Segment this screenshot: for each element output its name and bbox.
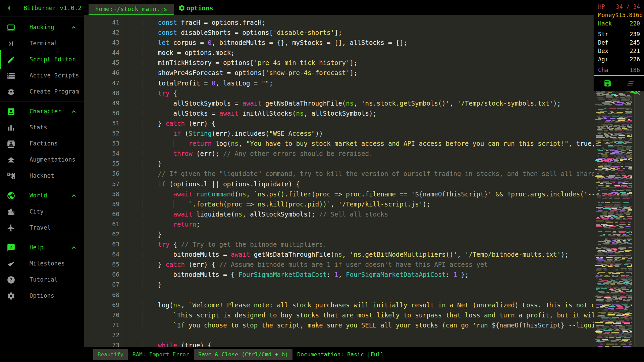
sidebar-item-augmentations[interactable]: Augmentations bbox=[0, 152, 84, 168]
line-number: 41 bbox=[84, 17, 127, 27]
save-close-button[interactable]: Save & Close (Ctrl/Cmd + b) bbox=[194, 349, 292, 360]
line-content: } bbox=[127, 229, 594, 239]
line-content: const disableShorts = options['disable-s… bbox=[127, 27, 594, 38]
sidebar-divider bbox=[0, 238, 84, 238]
documentation-basic-link[interactable]: Basic bbox=[347, 351, 364, 358]
line-number: 56 bbox=[84, 169, 127, 179]
beautify-button[interactable]: Beautify bbox=[93, 349, 128, 360]
stat-value: 245 bbox=[630, 39, 640, 47]
code-line: 70 `This script is designed to buy stock… bbox=[84, 310, 594, 320]
sidebar-item-city[interactable]: City bbox=[0, 204, 84, 220]
sidebar-item-factions[interactable]: Factions bbox=[0, 136, 84, 152]
overview-row-agi: Agi226 bbox=[594, 55, 644, 64]
stat-label: Money bbox=[598, 11, 615, 19]
sidebar-section-help[interactable]: ?Help bbox=[0, 240, 84, 256]
line-number: 43 bbox=[84, 38, 127, 48]
sidebar-divider bbox=[0, 186, 84, 186]
code-line: 68 bbox=[84, 290, 594, 300]
code-line: 44 mock = options.mock; bbox=[84, 48, 594, 58]
line-number: 61 bbox=[84, 219, 127, 229]
line-content: await liquidate(ns, allStockSymbols); //… bbox=[127, 209, 594, 219]
sidebar-item-tutorial[interactable]: ?Tutorial bbox=[0, 272, 84, 288]
line-content: minTickHistory = options['pre-4s-min-tic… bbox=[127, 58, 594, 68]
sidebar-item-milestones[interactable]: Milestones bbox=[0, 256, 84, 272]
documentation-full-link[interactable]: Full bbox=[371, 351, 384, 358]
pencil-icon bbox=[7, 55, 15, 64]
sidebar-item-script-editor[interactable]: Script Editor bbox=[0, 52, 84, 68]
code-editor[interactable]: 41 const fracH = options.fracH;42 const … bbox=[84, 15, 644, 347]
line-content: let corpus = 0, bitnodeMults = {}, mySto… bbox=[127, 38, 594, 48]
sidebar-item-travel[interactable]: Travel bbox=[0, 220, 84, 236]
terminal-icon bbox=[7, 39, 15, 48]
line-content: return; bbox=[127, 219, 594, 229]
sidebar-divider bbox=[0, 102, 84, 102]
stat-value: 34 / 34 bbox=[616, 3, 640, 11]
stat-label: Dex bbox=[598, 47, 608, 55]
sidebar-item-options[interactable]: Options bbox=[0, 288, 84, 304]
code-lines: 41 const fracH = options.fracH;42 const … bbox=[84, 15, 594, 347]
overview-row-cha: Cha186 bbox=[594, 66, 644, 74]
line-number: 49 bbox=[84, 98, 127, 108]
overview-row-money: Money$15.816b bbox=[594, 11, 644, 19]
kill-scripts-icon[interactable] bbox=[627, 79, 636, 87]
line-content: } catch (err) { // Assume bitnode mults … bbox=[127, 259, 594, 269]
sidebar-item-active-scripts[interactable]: Active Scripts bbox=[0, 68, 84, 84]
sidebar-item-stats[interactable]: Stats bbox=[0, 120, 84, 136]
code-line: 65 } catch (err) { // Assume bitnode mul… bbox=[84, 259, 594, 269]
airplane-icon bbox=[7, 224, 15, 232]
line-number: 51 bbox=[84, 118, 127, 128]
stat-value: 186 bbox=[630, 66, 640, 74]
line-number: 66 bbox=[84, 269, 127, 280]
sidebar-section-character[interactable]: Character bbox=[0, 104, 84, 120]
stat-value: 220 bbox=[630, 19, 640, 28]
sidebar-section-label: World bbox=[30, 192, 47, 199]
character-overview-panel: HP34 / 34Money$15.816bHack220Str239Def24… bbox=[594, 0, 644, 91]
code-line: 48 try { bbox=[84, 88, 594, 98]
sidebar-item-hacknet[interactable]: Hacknet bbox=[0, 168, 84, 184]
line-number: 60 bbox=[84, 209, 127, 219]
save-game-icon[interactable] bbox=[603, 79, 612, 87]
code-line: 47 totalProfit = 0, lastLog = ""; bbox=[84, 78, 594, 88]
line-number: 44 bbox=[84, 48, 127, 58]
documentation-label: Documentation: bbox=[297, 351, 344, 358]
line-content: allStocks = await initAllStocks(ns, allS… bbox=[127, 108, 594, 118]
code-line: 63 try { // Try to get the bitnode multi… bbox=[84, 239, 594, 249]
line-content: if (String(err).includes("WSE Access")) bbox=[127, 128, 594, 138]
line-content: try { // Try to get the bitnode multipli… bbox=[127, 239, 594, 249]
line-number: 65 bbox=[84, 259, 127, 269]
bug-icon bbox=[7, 87, 15, 96]
collapse-sidebar-button[interactable] bbox=[5, 4, 13, 12]
code-line: 73 while (true) { bbox=[84, 340, 594, 347]
code-line: 71 `If you choose to stop the script, ma… bbox=[84, 320, 594, 330]
code-line: 72 bbox=[84, 330, 594, 340]
sidebar-section-hacking[interactable]: Hacking bbox=[0, 19, 84, 36]
line-content: bitnodeMults = await getNsDataThroughFil… bbox=[127, 249, 594, 259]
sidebar-item-create-program[interactable]: Create Program bbox=[0, 84, 84, 100]
line-content: `If you choose to stop the script, make … bbox=[127, 320, 594, 330]
code-line: 51 } catch (err) { bbox=[84, 118, 594, 128]
globe-icon bbox=[7, 191, 15, 200]
overview-row-dex: Dex221 bbox=[594, 47, 644, 55]
line-number: 57 bbox=[84, 179, 127, 189]
city-icon bbox=[7, 207, 15, 216]
sidebar-item-label: Hacknet bbox=[30, 172, 54, 179]
sidebar-section-world[interactable]: World bbox=[0, 188, 84, 204]
code-line: 66 bitnodeMults = { FourSigmaMarketDataC… bbox=[84, 269, 594, 280]
editor-minimap[interactable] bbox=[594, 85, 635, 347]
ram-status-label: RAM: Import Error bbox=[132, 351, 189, 358]
editor-options-button[interactable]: options bbox=[178, 4, 213, 12]
line-number: 62 bbox=[84, 229, 127, 239]
chevron-left-icon bbox=[5, 4, 13, 12]
code-line: 53 return log(ns, "You have to buy stock… bbox=[84, 138, 594, 148]
chevron-up-icon bbox=[70, 244, 77, 251]
line-content: } catch (err) { bbox=[127, 118, 594, 128]
open-file-tab[interactable]: home:~/stock_main.js bbox=[89, 4, 174, 15]
stat-label: Agi bbox=[598, 55, 608, 64]
sidebar-item-terminal[interactable]: Terminal bbox=[0, 36, 84, 52]
stat-label: Str bbox=[598, 30, 608, 39]
contacts-icon bbox=[7, 139, 15, 148]
code-line: 42 const disableShorts = options['disabl… bbox=[84, 27, 594, 38]
line-content: mock = options.mock; bbox=[127, 48, 594, 58]
double-chevron-up-icon bbox=[7, 156, 15, 164]
line-content: const fracH = options.fracH; bbox=[127, 17, 594, 27]
